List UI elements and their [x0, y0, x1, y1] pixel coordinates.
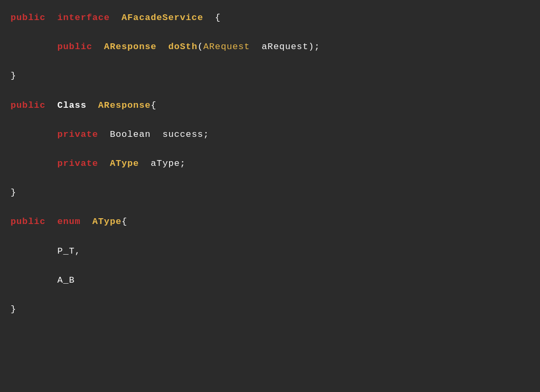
line-field2: private AType aType ; [11, 156, 529, 171]
line-close-brace-2: } [11, 185, 529, 200]
method-return-type: AResponse [104, 40, 156, 54]
line-enum-val2: A_B [11, 273, 529, 287]
keyword-private-2: private [57, 156, 98, 171]
empty-line-2 [11, 54, 529, 69]
indent-2 [11, 127, 57, 142]
empty-line-10 [11, 287, 529, 302]
keyword-class: Class [57, 98, 86, 113]
paren-close-semi: ); [309, 40, 320, 54]
enum-value-2: A_B [57, 273, 75, 287]
empty-line-5 [11, 142, 529, 156]
param-type: ARequest [203, 40, 250, 54]
field2-type: AType [110, 156, 139, 171]
method-name: doSth [168, 40, 197, 54]
enum-value-1: P_T, [57, 244, 80, 258]
keyword-private-1: private [57, 127, 98, 142]
close-brace-1: } [11, 69, 16, 83]
space-9 [98, 127, 110, 142]
line-close-brace-3: } [11, 302, 529, 316]
keyword-public-4: public [11, 214, 45, 229]
space-8 [87, 98, 98, 113]
field1-type: Boolean [110, 127, 151, 142]
close-brace-2: } [11, 185, 16, 200]
space-2 [110, 11, 122, 25]
space-5 [156, 40, 168, 54]
line-enum-val1: P_T, [11, 244, 529, 258]
open-brace-2: { [151, 98, 156, 113]
keyword-public-2: public [57, 40, 92, 54]
line-class-decl: public Class AResponse { [11, 98, 529, 113]
line-method-decl: public AResponse doSth ( ARequest aReque… [11, 40, 529, 54]
line-enum-decl: public enum AType { [11, 214, 529, 229]
empty-line-3 [11, 83, 529, 98]
paren-open: ( [198, 40, 203, 54]
line-close-brace-1: } [11, 69, 529, 83]
space-13 [45, 214, 57, 229]
keyword-interface: interface [57, 11, 109, 25]
space-10 [151, 127, 162, 142]
empty-line-9 [11, 258, 529, 273]
enum-name: AType [92, 214, 122, 229]
space-12 [139, 156, 151, 171]
keyword-enum: enum [57, 214, 80, 229]
space-14 [81, 214, 92, 229]
space-3 [203, 11, 215, 25]
interface-name: AFacadeService [122, 11, 203, 25]
empty-line-1 [11, 25, 529, 40]
line-field1: private Boolean success ; [11, 127, 529, 142]
class-name: AResponse [98, 98, 151, 113]
space-6 [250, 40, 262, 54]
empty-line-7 [11, 200, 529, 214]
keyword-public-3: public [11, 98, 45, 113]
close-brace-3: } [11, 302, 16, 316]
indent-5 [11, 273, 57, 287]
param-name: aRequest [262, 40, 308, 54]
space-7 [45, 98, 57, 113]
empty-line-8 [11, 229, 529, 244]
space-1 [45, 11, 57, 25]
space-4 [92, 40, 104, 54]
keyword-public-1: public [11, 11, 45, 25]
open-brace-1: { [215, 11, 221, 25]
indent-1 [11, 40, 57, 54]
empty-line-4 [11, 113, 529, 127]
indent-4 [11, 244, 57, 258]
open-brace-3: { [122, 214, 127, 229]
line-interface-decl: public interface AFacadeService { [11, 11, 529, 25]
semi-1: ; [203, 127, 209, 142]
field1-name: success [162, 127, 203, 142]
code-editor: public interface AFacadeService { public… [0, 0, 540, 392]
field2-name: aType [151, 156, 180, 171]
semi-2: ; [180, 156, 186, 171]
indent-3 [11, 156, 57, 171]
space-11 [98, 156, 110, 171]
empty-line-6 [11, 171, 529, 185]
